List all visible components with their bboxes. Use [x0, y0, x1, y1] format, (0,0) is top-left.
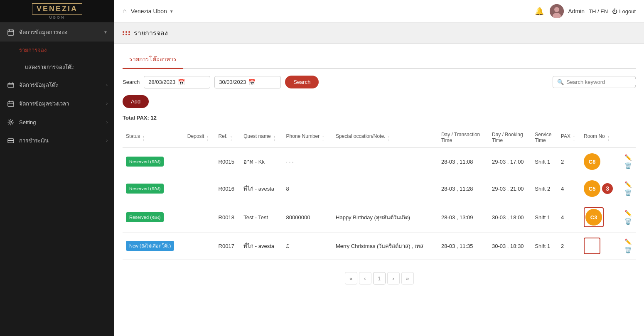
cell-pax: 2: [558, 148, 580, 175]
logout-icon: ⏻: [612, 8, 617, 15]
cell-guest-name: อาท - Kk: [240, 148, 283, 175]
header-actions: [620, 128, 636, 148]
svg-rect-1: [8, 83, 14, 87]
extra-number-badge: 3: [602, 183, 613, 194]
page-current-button[interactable]: 1: [373, 272, 386, 284]
cell-phone: 8⁻: [283, 175, 332, 202]
tab-table-food[interactable]: รายการโต๊ะอาหาร: [123, 50, 183, 69]
booking-icon: [7, 28, 15, 37]
edit-icon[interactable]: ✏️: [624, 154, 632, 161]
sidebar-item-table-list[interactable]: แสดงรายการจองโต๊ะ: [0, 59, 114, 76]
calendar-to-icon: 📅: [248, 79, 256, 86]
cell-service-time: Shift 1: [531, 233, 558, 260]
branch-arrow: ▼: [170, 9, 174, 14]
sidebar-item-booking[interactable]: จัดการข้อมูลการจอง ▼: [0, 23, 114, 42]
sidebar-item-payment[interactable]: การชำระเงิน ›: [0, 131, 114, 150]
cell-phone: £: [283, 233, 332, 260]
delete-icon[interactable]: 🗑️: [624, 162, 632, 169]
time-mgmt-arrow: ›: [106, 101, 108, 106]
toolbar: Add: [123, 95, 636, 111]
payment-icon: [7, 137, 15, 145]
svg-rect-0: [8, 30, 14, 35]
search-button[interactable]: Search: [285, 76, 319, 88]
header-pax: PAX ↑↓: [558, 128, 580, 148]
header-status: Status ↑↓: [123, 128, 184, 148]
cell-pax: 2: [558, 233, 580, 260]
cell-booking-time: 30-03 , 18:30: [489, 233, 531, 260]
cell-status: Reserved (จอง): [123, 175, 184, 202]
cell-room-no: C5 3: [580, 175, 620, 202]
svg-rect-2: [8, 102, 14, 106]
sidebar-item-time-mgmt[interactable]: จัดการข้อมูลช่วงเวลา ›: [0, 94, 114, 113]
cell-transaction-time: 28-03 , 11:35: [438, 233, 489, 260]
cell-ref: R0018: [215, 202, 241, 233]
cell-special: Merry Christmas (วันคริสต์มาส) , เทส: [332, 233, 438, 260]
header-transaction-time: Day / TransactionTime: [438, 128, 489, 148]
sidebar-item-table-mgmt[interactable]: จัดการข้อมูลโต๊ะ ›: [0, 76, 114, 94]
cell-room-no: C3: [580, 202, 620, 233]
cell-guest-name: พี่ไก่ - avesta: [240, 233, 283, 260]
edit-icon[interactable]: ✏️: [624, 181, 632, 188]
cell-actions: ✏️ 🗑️: [620, 233, 636, 260]
pagination: « ‹ 1 › »: [123, 268, 636, 289]
edit-icon[interactable]: ✏️: [624, 238, 632, 245]
lang-switcher[interactable]: TH / EN: [589, 8, 608, 15]
cell-service-time: Shift 2: [531, 175, 558, 202]
booking-arrow: ▼: [103, 30, 108, 34]
cell-pax: 4: [558, 175, 580, 202]
page-next-button[interactable]: ›: [387, 272, 400, 284]
header-guest-name: Quest name ↑↓: [240, 128, 283, 148]
search-keyword-input[interactable]: [566, 79, 636, 85]
setting-label: Setting: [19, 119, 106, 125]
cell-actions: ✏️ 🗑️: [620, 175, 636, 202]
add-button[interactable]: Add: [123, 95, 149, 108]
date-to-input[interactable]: 30/03/2023 📅: [214, 76, 281, 88]
branch-selector[interactable]: Venezia Ubon ▼: [131, 8, 174, 15]
cell-special: [332, 148, 438, 175]
page-last-button[interactable]: »: [401, 272, 414, 284]
cell-transaction-time: 28-03 , 13:09: [438, 202, 489, 233]
room-circle-highlighted: C3: [585, 209, 602, 226]
logout-button[interactable]: ⏻ Logout: [612, 8, 636, 15]
notification-bell-icon[interactable]: 🔔: [533, 5, 546, 17]
total-pax-row: Total PAX: 12: [123, 115, 636, 121]
logout-label: Logout: [619, 8, 636, 15]
cell-room-no: [580, 233, 620, 260]
sidebar: VENEZIA UBON จัดการข้อมูลการจอง ▼ รายการ…: [0, 0, 114, 336]
page-content: รายการจอง รายการโต๊ะอาหาร Search 28/03/2…: [114, 23, 644, 336]
delete-icon[interactable]: 🗑️: [624, 218, 632, 225]
room-with-badge: C5 3: [584, 180, 617, 197]
cell-status: New (ยังไม่เลือกโต๊ะ): [123, 233, 184, 260]
content-area: รายการโต๊ะอาหาร Search 28/03/2023 📅 30/0…: [114, 44, 644, 336]
calendar-from-icon: 📅: [178, 79, 185, 86]
sidebar-menu: จัดการข้อมูลการจอง ▼ รายการจอง แสดงรายกา…: [0, 23, 114, 336]
cell-guest-name: Test - Test: [240, 202, 283, 233]
delete-icon[interactable]: 🗑️: [624, 247, 632, 253]
cell-status: Reserved (จอง): [123, 148, 184, 175]
room-circle: C8: [584, 153, 600, 170]
status-badge: Reserved (จอง): [126, 184, 164, 194]
cell-special: [332, 175, 438, 202]
header-deposit: Deposit ↑↓: [184, 128, 215, 148]
sidebar-item-reservation-list[interactable]: รายการจอง: [0, 42, 114, 59]
svg-point-6: [554, 7, 559, 12]
page-header-dots: [123, 31, 130, 35]
sidebar-item-setting[interactable]: Setting ›: [0, 113, 114, 131]
reservation-list-label: รายการจอง: [19, 46, 47, 54]
action-icons: ✏️ 🗑️: [624, 181, 632, 196]
home-icon[interactable]: ⌂: [123, 7, 127, 15]
page-first-button[interactable]: «: [345, 272, 357, 284]
cell-phone: · · ·: [283, 148, 332, 175]
page-prev-button[interactable]: ‹: [359, 272, 371, 284]
cell-special: Happy Birthday (สุขสันต์วันเกิด): [332, 202, 438, 233]
time-mgmt-label: จัดการข้อมูลช่วงเวลา: [19, 99, 106, 108]
cell-actions: ✏️ 🗑️: [620, 202, 636, 233]
header-special: Special occation/Note. ↑↓: [332, 128, 438, 148]
edit-icon[interactable]: ✏️: [624, 210, 632, 216]
delete-icon[interactable]: 🗑️: [624, 189, 632, 196]
total-pax-value: 12: [150, 115, 156, 121]
date-from-input[interactable]: 28/03/2023 📅: [144, 76, 210, 88]
cell-service-time: Shift 1: [531, 148, 558, 175]
status-badge: New (ยังไม่เลือกโต๊ะ): [126, 241, 174, 251]
cell-ref: R0016: [215, 175, 241, 202]
